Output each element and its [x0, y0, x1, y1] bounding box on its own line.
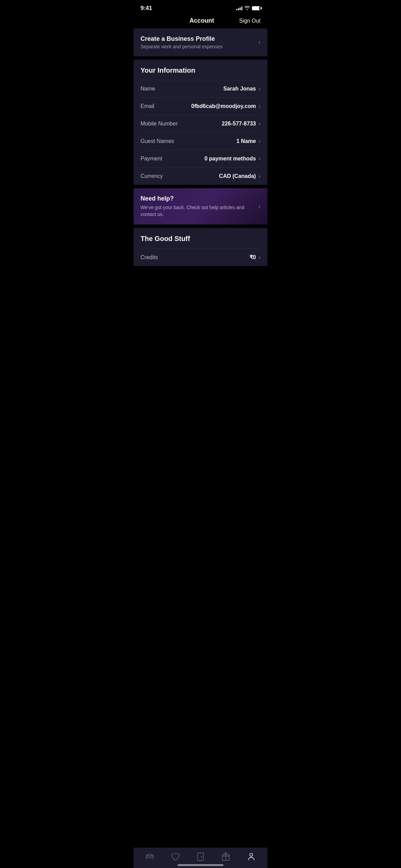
email-chevron-icon: ›	[259, 103, 260, 109]
status-icons	[236, 6, 260, 11]
help-card-subtitle: We've got your back. Check out help arti…	[141, 204, 255, 218]
mobile-row[interactable]: Mobile Number 226-577-8733 ›	[141, 115, 260, 132]
your-information-section: Your Information Name Sarah Jonas › Emai…	[134, 60, 267, 185]
currency-value-group: CAD (Canada) ›	[219, 173, 260, 179]
guest-names-chevron-icon: ›	[259, 138, 260, 144]
name-chevron-icon: ›	[259, 86, 260, 92]
help-chevron-icon: ›	[258, 203, 260, 210]
credits-chevron-icon: ›	[259, 254, 260, 261]
content-area: Create a Business Profile Separate work …	[134, 28, 267, 266]
good-stuff-section: The Good Stuff Credits ₹0 ›	[134, 228, 267, 266]
payment-chevron-icon: ›	[259, 156, 260, 162]
your-information-title: Your Information	[141, 67, 260, 74]
credits-value: ₹0	[250, 254, 256, 261]
name-row[interactable]: Name Sarah Jonas ›	[141, 80, 260, 97]
name-value-group: Sarah Jonas ›	[223, 86, 260, 92]
currency-value: CAD (Canada)	[219, 173, 256, 179]
status-bar: 9:41	[134, 0, 267, 14]
guest-names-value: 1 Name	[236, 138, 256, 144]
payment-row[interactable]: Payment 0 payment methods ›	[141, 150, 260, 167]
business-profile-text: Create a Business Profile Separate work …	[141, 35, 255, 49]
payment-value-group: 0 payment methods ›	[204, 156, 260, 162]
guest-names-value-group: 1 Name ›	[236, 138, 260, 144]
mobile-label: Mobile Number	[141, 121, 178, 127]
business-profile-subtitle: Separate work and personal expenses	[141, 44, 255, 49]
guest-names-label: Guest Names	[141, 138, 174, 144]
business-profile-title: Create a Business Profile	[141, 35, 255, 43]
currency-row[interactable]: Currency CAD (Canada) ›	[141, 167, 260, 185]
credits-row[interactable]: Credits ₹0 ›	[141, 248, 260, 266]
help-card-text: Need help? We've got your back. Check ou…	[141, 195, 255, 218]
email-value-group: 0fbd6cab@moodjoy.com ›	[191, 103, 260, 109]
wifi-icon	[244, 6, 250, 11]
battery-icon	[252, 6, 260, 10]
payment-label: Payment	[141, 156, 162, 162]
sign-out-button[interactable]: Sign Out	[239, 18, 260, 24]
mobile-chevron-icon: ›	[259, 121, 260, 127]
mobile-value-group: 226-577-8733 ›	[222, 121, 260, 127]
nav-header: Account Sign Out	[134, 14, 267, 28]
guest-names-row[interactable]: Guest Names 1 Name ›	[141, 132, 260, 150]
need-help-card[interactable]: Need help? We've got your back. Check ou…	[134, 188, 267, 225]
good-stuff-title: The Good Stuff	[141, 235, 260, 243]
help-card-title: Need help?	[141, 195, 255, 202]
credits-value-group: ₹0 ›	[250, 254, 260, 261]
signal-icon	[236, 6, 242, 10]
payment-value: 0 payment methods	[204, 156, 256, 162]
name-value: Sarah Jonas	[223, 86, 256, 92]
email-value: 0fbd6cab@moodjoy.com	[191, 103, 256, 109]
email-row[interactable]: Email 0fbd6cab@moodjoy.com ›	[141, 97, 260, 115]
credits-label: Credits	[141, 254, 158, 261]
mobile-value: 226-577-8733	[222, 121, 256, 127]
currency-label: Currency	[141, 173, 163, 179]
chevron-right-icon: ›	[258, 39, 260, 46]
create-business-profile-card[interactable]: Create a Business Profile Separate work …	[134, 28, 267, 56]
page-title: Account	[165, 17, 239, 24]
status-time: 9:41	[141, 5, 152, 12]
email-label: Email	[141, 103, 154, 109]
name-label: Name	[141, 86, 155, 92]
currency-chevron-icon: ›	[259, 173, 260, 179]
